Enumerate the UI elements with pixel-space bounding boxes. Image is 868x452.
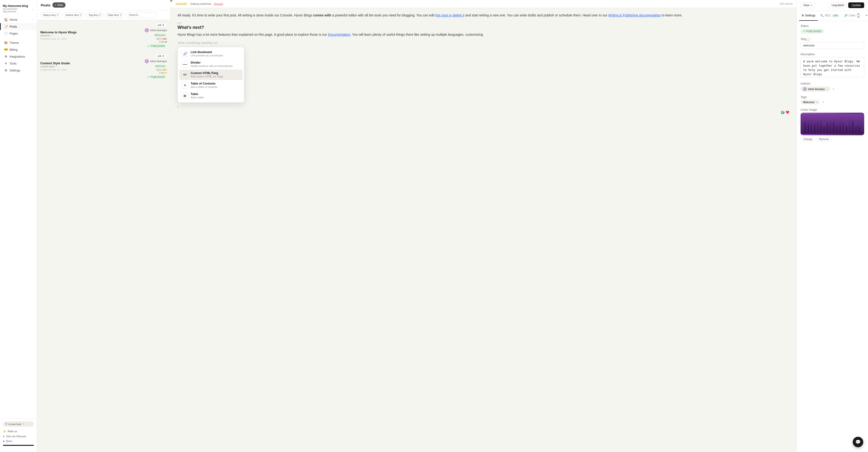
blog-url: my-awesome-blog.hyvorbl... (3, 8, 31, 13)
slash-menu-toc[interactable]: ≡ Table of Contents Add a table of conte… (179, 80, 243, 91)
discard-button[interactable]: Discard (214, 2, 223, 5)
sidebar-item-pages[interactable]: 📄 Pages (0, 30, 37, 37)
seo-tab-icon: 🔍 (820, 14, 824, 17)
slash-menu: 🔗 Link Bookmark Link preview as a bookma… (178, 47, 244, 103)
post-2-edit-btn[interactable]: edit ▼ (155, 54, 167, 58)
slug-input[interactable] (801, 42, 864, 49)
slash-input: / (178, 105, 179, 108)
slash-menu-divider[interactable]: — Divider Divide sections with a horizon… (179, 59, 243, 69)
remove-tag-button[interactable]: × (816, 101, 817, 104)
post-2-author-name: Ishini Avindya (150, 60, 167, 63)
post-1-meta: edit ▼ I Ishini Avindya Welcome SEO 14% … (145, 23, 167, 48)
slash-menu-table[interactable]: ⊞ Table Add a table (179, 91, 243, 101)
post-row-2[interactable]: Content Style Guide content-style ↗ Publ… (37, 51, 170, 82)
post-1-link-icon: ↗ (51, 34, 53, 37)
blog-header[interactable]: My-Awesome-blog my-awesome-blog.hyvorbl.… (0, 2, 37, 15)
divider-icon: — (182, 61, 188, 68)
tab-ai[interactable]: ✦ AI (863, 11, 868, 21)
link-bookmark-icon: 🔗 (182, 51, 188, 57)
right-panel-topbar: View ↗ Unpublish Update (797, 0, 868, 11)
add-tag-button[interactable]: + (821, 100, 825, 104)
posts-icon: 📝 (4, 25, 8, 28)
body-link-2[interactable]: Writing & Publishing documentation (608, 13, 661, 17)
check-icon-1: ✓ (148, 44, 150, 47)
remove-author-button[interactable]: × (826, 88, 828, 91)
sidebar-item-theme[interactable]: 🎨 Theme (0, 39, 37, 46)
sidebar-item-billing[interactable]: 💳 Billing (0, 46, 37, 53)
unpublish-button[interactable]: Unpublish (829, 2, 847, 8)
svg-point-34 (855, 122, 857, 126)
blog-expand-icon[interactable]: ⌄ (31, 7, 34, 10)
svg-point-30 (849, 122, 850, 126)
posts-header: Posts + New (37, 0, 170, 10)
change-cover-button[interactable]: Change (801, 137, 815, 141)
sidebar-item-integrations[interactable]: ⚙ Integrations (0, 53, 37, 60)
write-prompt-area: Write something standing out (178, 41, 789, 44)
sidebar-item-settings[interactable]: ⚙ Settings (0, 67, 37, 74)
docs-label: Docs (6, 440, 12, 443)
divider-desc: Divide sections with a horizontal line (191, 65, 233, 67)
sidebar-item-tools[interactable]: ✕ Tools (0, 60, 37, 67)
rate-us-link[interactable]: ⭐ Rate us (3, 429, 34, 434)
svg-point-4 (807, 121, 809, 125)
post-row[interactable]: Welcome to Hyvor Blogs welcome ↗ Publish… (37, 20, 170, 51)
post-2-date: Published Mar 15, 2024 (40, 68, 142, 71)
chat-bubble[interactable]: 💬 (853, 437, 863, 447)
table-content: Table Add a table (191, 92, 204, 99)
remove-cover-button[interactable]: Remove (816, 137, 832, 141)
body-link-3[interactable]: Documentation (328, 33, 350, 36)
post-2-title: Content Style Guide (40, 61, 142, 65)
theme-icon: 🎨 (4, 41, 8, 44)
tab-seo[interactable]: 🔍 SEO 14% (818, 11, 842, 21)
tag-chip-welcome: Welcome × (801, 100, 820, 104)
new-post-button[interactable]: + New (53, 2, 65, 8)
date-filter[interactable]: Date Any ▽ (105, 12, 124, 18)
discord-link[interactable]: ● Join our Discord (3, 434, 34, 439)
sidebar-item-home[interactable]: 🏠 Home ↗ (0, 16, 37, 23)
divider-label: Divider (191, 61, 233, 64)
slash-menu-link-bookmark[interactable]: 🔗 Link Bookmark Link preview as a bookma… (179, 49, 243, 59)
links-tab-icon: 🔗 (844, 14, 848, 17)
status-filter[interactable]: Status Any ▽ (40, 12, 61, 18)
slash-input-area[interactable]: / (178, 105, 789, 108)
post-1-avatar: I (145, 28, 149, 32)
body-link-1[interactable]: this post or delete it (436, 13, 464, 17)
post-1-edit-btn[interactable]: edit ▼ (155, 23, 167, 27)
sidebar-item-posts[interactable]: 📝 Posts (0, 23, 37, 30)
custom-html-desc: Add custom HTML (or Twig) (191, 75, 223, 78)
editor-panel: ◀ Unsaved Editing published. Discard 259… (170, 0, 797, 452)
sidebar: My-Awesome-blog my-awesome-blog.hyvorbl.… (0, 0, 37, 452)
svg-point-18 (830, 122, 831, 126)
description-textarea[interactable]: A warm welcome to Hyvor Blogs. We have p… (801, 57, 864, 77)
editor-body[interactable]: All ready. It's time to write your first… (170, 8, 797, 452)
update-button[interactable]: Update (848, 2, 864, 8)
posts-panel: Posts + New Status Any ▽ Author Any ▽ Ta… (37, 0, 170, 452)
slash-menu-custom-html[interactable]: </> Custom HTML/Twig Add custom HTML (or… (179, 69, 243, 80)
author-filter[interactable]: Author Any ▽ (63, 12, 84, 18)
tags-label: Tags (801, 96, 864, 99)
new-look-button[interactable]: ✦ A new look ↗ (3, 421, 34, 427)
plus-icon: + (55, 3, 57, 7)
search-input[interactable] (126, 12, 157, 18)
post-1-welcome-badge: Welcome (153, 33, 167, 37)
tag-filter[interactable]: Tag Any ▽ (86, 12, 104, 18)
star-icon: ⭐ (3, 430, 6, 433)
svg-point-28 (845, 121, 847, 126)
tab-settings[interactable]: ⚙ Settings (799, 11, 818, 21)
view-button[interactable]: View ↗ (801, 2, 815, 8)
earth-emoji: 🌍 (781, 110, 785, 114)
integrations-icon: ⚙ (4, 55, 8, 58)
tab-links[interactable]: 🔗 Links 6 ● (842, 11, 863, 21)
add-author-button[interactable]: + (832, 87, 835, 91)
sidebar-label-home: Home (9, 18, 18, 22)
h3-tag: h3# (178, 22, 789, 25)
post-1-tag-label: welcome (40, 34, 50, 37)
sidebar-bottom: ✦ A new look ↗ ⭐ Rate us ● Join our Disc… (0, 419, 37, 450)
docs-link[interactable]: ● Docs (3, 439, 34, 444)
author-chip-avatar: I (803, 87, 807, 91)
discord-icon: ● (3, 435, 4, 438)
right-panel: View ↗ Unpublish Update ⚙ Settings 🔍 SEO… (797, 0, 868, 452)
editor-paragraph-2: Hyvor Blogs has a lot more features than… (178, 32, 789, 38)
settings-icon: ⚙ (4, 69, 8, 72)
table-label: Table (191, 92, 204, 96)
